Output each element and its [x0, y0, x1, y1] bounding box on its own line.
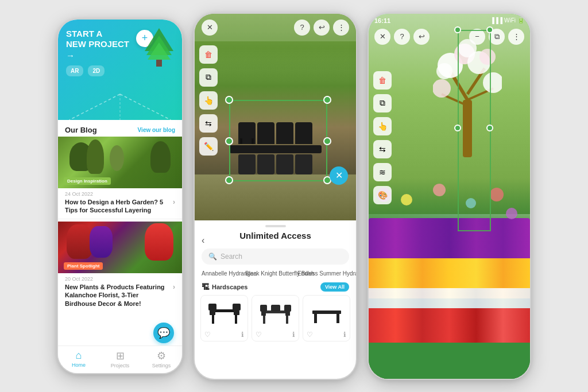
selection-dot-bl[interactable]: [225, 176, 233, 184]
svg-rect-18: [261, 312, 266, 316]
new-project-title: START A NEW PROJECT: [66, 29, 129, 49]
chat-fab-button[interactable]: 💬: [153, 323, 174, 343]
product-2-actions: ♡ ℹ: [254, 329, 296, 339]
plant-tab-annabelle[interactable]: Annabelle Hydrangea: [202, 270, 242, 277]
svg-line-5: [120, 94, 171, 120]
gesture-button-3[interactable]: 👆: [373, 117, 392, 135]
panel-search-bar[interactable]: 🔍 Search: [202, 249, 349, 265]
minus-button-3[interactable]: −: [469, 29, 485, 45]
svg-point-37: [436, 63, 452, 79]
product-image-3: [305, 298, 347, 329]
svg-point-36: [479, 49, 496, 65]
sel-dot-1[interactable]: [454, 26, 461, 33]
deselect-button[interactable]: ✕: [330, 166, 348, 185]
close-button-3[interactable]: ✕: [374, 29, 390, 45]
nav-projects[interactable]: ⊞ Projects: [99, 350, 141, 368]
nav-settings[interactable]: ⚙ Settings: [141, 350, 182, 368]
tree-decoration: [142, 25, 176, 65]
selection-dot-tr[interactable]: [323, 96, 331, 104]
selection-line-top: [229, 100, 327, 101]
plant-tab-endless[interactable]: Endless Summer Hydrangea: [297, 270, 349, 277]
more-button[interactable]: ⋮: [333, 20, 349, 36]
projects-icon: ⊞: [116, 350, 125, 362]
svg-rect-20: [285, 312, 290, 316]
svg-rect-22: [312, 311, 341, 314]
blog-header: Our Blog View our blog: [58, 120, 182, 137]
plant-tab-blackknight[interactable]: Black Knight Butterfly Bush: [245, 270, 294, 277]
2d-button[interactable]: 2D: [88, 65, 105, 76]
wifi-icon: WiFi: [504, 17, 516, 24]
gesture-button[interactable]: 👆: [199, 91, 218, 110]
chevron-right-icon-2: ›: [173, 283, 175, 292]
undo-button-3[interactable]: ↩: [413, 29, 430, 45]
flip-button[interactable]: ⇆: [199, 114, 218, 133]
blog-post-1-title[interactable]: How to Design a Herb Garden? 5 Tips for …: [58, 198, 182, 217]
duplicate-button-3[interactable]: ⧉: [373, 94, 392, 112]
plant-tabs: Annabelle Hydrangea Black Knight Butterf…: [195, 270, 356, 281]
paint-button[interactable]: ✏️: [199, 137, 218, 156]
favorite-icon-1[interactable]: ♡: [204, 331, 211, 339]
phone3-time: 16:11: [374, 17, 390, 24]
help-button[interactable]: ?: [294, 20, 310, 36]
svg-rect-19: [284, 305, 291, 312]
svg-rect-24: [336, 314, 339, 323]
left-toolbar: 🗑 ⧉ 👆 ⇆ ✏️: [199, 45, 218, 156]
phone-1: START A NEW PROJECT → AR 2D +: [57, 18, 183, 374]
phone-2: ✕ ? ↩ ⋮ 🗑 ⧉ 👆 ⇆ ✏️: [194, 13, 357, 380]
info-icon-3[interactable]: ℹ: [343, 331, 346, 339]
view-all-button[interactable]: View All: [320, 282, 349, 292]
svg-rect-12: [233, 304, 241, 311]
selection-dot-mr[interactable]: [323, 137, 331, 145]
product-card-3[interactable]: ♡ ℹ: [303, 295, 350, 341]
search-input[interactable]: Search: [220, 253, 342, 261]
phone3-ar-view: 16:11 ▐▐▐ WiFi 🔋 ✕ ? ↩ − ⧉ ⋮: [369, 14, 530, 379]
favorite-icon-3[interactable]: ♡: [307, 331, 313, 339]
view-blog-link[interactable]: View our blog: [138, 127, 175, 133]
ar-button[interactable]: AR: [66, 65, 83, 76]
blog-divider: [58, 219, 182, 219]
flip-button-3[interactable]: ⇆: [373, 140, 392, 158]
svg-point-33: [433, 79, 451, 98]
panel-handle[interactable]: [265, 225, 286, 227]
phone3-status-icons: ▐▐▐ WiFi 🔋: [490, 17, 524, 24]
paint-brush-button-3[interactable]: 🎨: [373, 186, 392, 204]
trash-button[interactable]: 🗑: [199, 45, 218, 64]
duplicate-button[interactable]: ⧉: [199, 68, 218, 87]
more-button-3[interactable]: ⋮: [508, 29, 524, 45]
svg-rect-23: [314, 314, 317, 323]
close-button[interactable]: ✕: [202, 20, 218, 36]
sel-dot-4[interactable]: [486, 125, 493, 131]
product-card-2[interactable]: ♡ ℹ: [252, 295, 299, 341]
camera-view: ✕ ? ↩ ⋮ 🗑 ⧉ 👆 ⇆ ✏️: [195, 14, 356, 220]
search-icon: 🔍: [208, 253, 217, 261]
trash-button-3[interactable]: 🗑: [373, 71, 392, 90]
blossom-tree: [433, 31, 490, 146]
blog-post-1-date: 24 Oct 2022: [58, 188, 182, 198]
phone3-toolbar: ✕ ? ↩ − ⧉ ⋮: [369, 29, 530, 45]
svg-rect-10: [208, 304, 216, 311]
sel-dot-2[interactable]: [486, 26, 493, 33]
blog-post-2-tag: Plant Spotlight: [64, 262, 103, 270]
sel-dot-3[interactable]: [454, 125, 461, 131]
favorite-icon-2[interactable]: ♡: [256, 331, 262, 339]
phone-3: 16:11 ▐▐▐ WiFi 🔋 ✕ ? ↩ − ⧉ ⋮: [368, 13, 531, 380]
product-card-1[interactable]: ♡ ℹ: [200, 295, 248, 341]
info-icon-2[interactable]: ℹ: [292, 331, 295, 339]
back-arrow-button[interactable]: ‹: [202, 235, 204, 246]
nav-home[interactable]: ⌂ Home: [58, 350, 99, 368]
blog-post-1-tag: Design Inspiration: [64, 177, 111, 185]
undo-button[interactable]: ↩: [314, 20, 330, 36]
layers-button-3[interactable]: ≋: [373, 163, 392, 181]
selection-dot-tl[interactable]: [225, 96, 233, 104]
product-image-1: [203, 298, 245, 329]
bottom-nav: ⌂ Home ⊞ Projects ⚙ Settings: [58, 346, 182, 373]
battery-icon: 🔋: [517, 17, 524, 24]
svg-rect-11: [210, 311, 215, 315]
phone3-left-toolbar: 🗑 ⧉ 👆 ⇆ ≋ 🎨: [373, 71, 392, 204]
svg-point-34: [483, 72, 502, 93]
help-button-3[interactable]: ?: [394, 29, 410, 45]
bottom-panel: ‹ Unlimited Access 🔍 Search Annabelle Hy…: [195, 225, 356, 341]
selection-dot-ml[interactable]: [225, 137, 233, 145]
info-icon-1[interactable]: ℹ: [241, 331, 244, 339]
blog-post-2-title[interactable]: New Plants & Products Featuring Kalancho…: [58, 283, 182, 310]
